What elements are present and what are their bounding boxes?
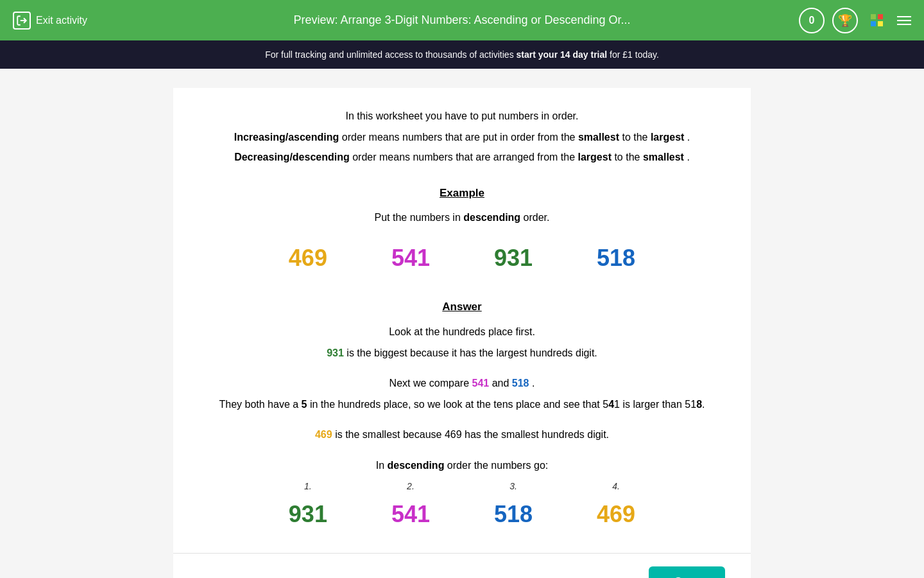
menu-line-2 — [897, 20, 911, 21]
start-button[interactable]: Start — [649, 566, 725, 578]
intro-line-1: In this worksheet you have to put number… — [199, 107, 725, 125]
grid-icon — [871, 14, 883, 26]
smallest2-bold: smallest — [643, 152, 684, 162]
score-circle: 0 — [799, 8, 825, 33]
promo-banner: For full tracking and unlimited access t… — [0, 40, 924, 69]
banner-cta[interactable]: start your 14 day trial — [517, 49, 608, 60]
example-section: Example Put the numbers in descending or… — [199, 184, 725, 277]
banner-text-after: for £1 today. — [607, 49, 659, 60]
header-right: 0 🏆 — [799, 8, 911, 33]
compare-518: 518 — [512, 378, 529, 389]
they-line: They both have a 5 in the hundreds place… — [199, 396, 725, 413]
grid-dot-4 — [878, 21, 883, 26]
compare-prefix: Next we compare — [389, 378, 472, 389]
number-541: 541 — [391, 238, 430, 277]
answer-heading: Answer — [199, 298, 725, 317]
menu-icon[interactable] — [897, 16, 911, 25]
compare-and: and — [492, 378, 512, 389]
intro2-end: . — [687, 132, 690, 143]
example-desc-suffix: order. — [524, 212, 550, 223]
descending-line: In descending order the numbers go: — [199, 457, 725, 474]
descending-bold-ans: descending — [388, 460, 445, 471]
number-469: 469 — [289, 238, 327, 277]
ordered-label-3: 3. — [509, 479, 517, 495]
ordered-item-2: 2. 541 — [391, 479, 430, 534]
grid-dot-2 — [878, 14, 883, 19]
trophy-icon: 🏆 — [838, 13, 852, 28]
grid-dot-1 — [871, 14, 876, 19]
exit-icon — [13, 12, 31, 30]
example-desc: Put the numbers in descending order. — [199, 209, 725, 226]
intro-line-2: Increasing/ascending order means numbers… — [199, 128, 725, 146]
largest2-bold: largest — [578, 152, 612, 162]
ordered-item-1: 1. 931 — [289, 479, 327, 534]
ordered-item-3: 3. 518 — [494, 479, 533, 534]
descending-prefix: In — [376, 460, 388, 471]
menu-line-3 — [897, 24, 911, 25]
answer-line1: Look at the hundreds place first. — [199, 323, 725, 340]
number-931: 931 — [494, 238, 533, 277]
example-numbers-row: 469 541 931 518 — [199, 238, 725, 277]
compare-541: 541 — [472, 378, 490, 389]
smallest-rest: is the smallest because 469 has the smal… — [335, 429, 609, 440]
intro-line-3: Decreasing/descending order means number… — [199, 148, 725, 166]
ordered-row: 1. 931 2. 541 3. 518 4. 469 — [199, 479, 725, 534]
decreasing-bold: Decreasing/descending — [234, 152, 350, 162]
answer-931: 931 — [327, 347, 344, 358]
menu-line-1 — [897, 16, 911, 17]
banner-text-before: For full tracking and unlimited access t… — [265, 49, 516, 60]
largest-bold: largest — [651, 132, 684, 143]
smallest-469: 469 — [315, 429, 332, 440]
answer-section: Answer Look at the hundreds place first.… — [199, 298, 725, 534]
smallest-line: 469 is the smallest because 469 has the … — [199, 426, 725, 443]
number-518: 518 — [597, 238, 635, 277]
trophy-button[interactable]: 🏆 — [832, 8, 858, 33]
intro3-mid2: to the — [614, 152, 642, 162]
increasing-bold: Increasing/ascending — [234, 132, 339, 143]
header: Exit activity Preview: Arrange 3-Digit N… — [0, 0, 924, 40]
ordered-num-931: 931 — [289, 495, 327, 534]
compare-end: . — [532, 378, 535, 389]
example-heading: Example — [199, 184, 725, 203]
bottom-bar: This activity contains 10 questions Star… — [173, 553, 751, 578]
exit-activity-button[interactable]: Exit activity — [13, 12, 87, 30]
ordered-label-4: 4. — [612, 479, 620, 495]
exit-activity-label: Exit activity — [36, 15, 87, 26]
ordered-num-541: 541 — [391, 495, 430, 534]
smallest-bold: smallest — [578, 132, 619, 143]
ordered-label-1: 1. — [304, 479, 312, 495]
example-desc-prefix: Put the numbers in — [374, 212, 463, 223]
compare-line: Next we compare 541 and 518 . — [199, 374, 725, 392]
main-content: In this worksheet you have to put number… — [173, 88, 751, 553]
page-title: Preview: Arrange 3-Digit Numbers: Ascend… — [293, 13, 630, 27]
answer-line2: 931 is the biggest because it has the la… — [199, 344, 725, 362]
ordered-label-2: 2. — [407, 479, 415, 495]
intro3-mid: order means numbers that are arranged fr… — [352, 152, 578, 162]
ordered-num-469: 469 — [597, 495, 635, 534]
ordered-num-518: 518 — [494, 495, 533, 534]
intro2-mid: order means numbers that are put in orde… — [342, 132, 578, 143]
descending-suffix: order the numbers go: — [447, 460, 548, 471]
intro3-end: . — [687, 152, 689, 162]
grid-dot-3 — [871, 21, 876, 26]
ordered-item-4: 4. 469 — [597, 479, 635, 534]
descending-bold-example: descending — [463, 212, 520, 223]
intro2-mid2: to the — [622, 132, 650, 143]
answer-line2-rest: is the biggest because it has the larges… — [346, 347, 597, 358]
